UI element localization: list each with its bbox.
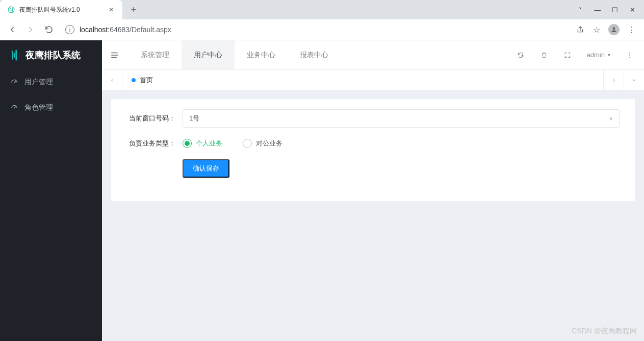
page-tab-home[interactable]: 首页 xyxy=(122,70,162,90)
url-text: localhost:64683/Default.aspx xyxy=(80,26,171,34)
logo-icon xyxy=(9,50,20,61)
radio-personal[interactable]: 个人业务 xyxy=(183,139,222,148)
radio-label: 对公业务 xyxy=(256,139,282,148)
favicon-icon xyxy=(7,6,15,14)
star-icon[interactable]: ☆ xyxy=(592,25,601,34)
share-icon[interactable] xyxy=(576,25,585,34)
sidebar: 夜鹰排队系统 用户管理 角色管理 xyxy=(0,40,102,341)
brand-title: 夜鹰排队系统 xyxy=(25,49,81,61)
forward-button[interactable] xyxy=(23,22,38,37)
radio-icon xyxy=(183,139,192,148)
kebab-menu-icon[interactable]: ⋮ xyxy=(627,25,636,34)
site-info-icon[interactable]: i xyxy=(65,25,74,34)
chevron-down-icon[interactable]: ˅ xyxy=(577,6,584,14)
sidebar-item-label: 角色管理 xyxy=(24,103,53,112)
sidebar-toggle-button[interactable] xyxy=(109,50,120,61)
browser-address-row: i localhost:64683/Default.aspx ☆ ⋮ xyxy=(0,19,644,40)
minimize-icon[interactable]: — xyxy=(594,6,601,14)
sidebar-item-role-management[interactable]: 角色管理 xyxy=(0,95,102,120)
user-dropdown[interactable]: admin ▾ xyxy=(587,51,610,59)
kebab-menu-icon[interactable]: ⋮ xyxy=(626,51,634,59)
business-type-control: 个人业务 对公业务 xyxy=(183,139,620,148)
form-row-actions: 确认保存 xyxy=(126,159,620,178)
topbar-right: admin ▾ ⋮ xyxy=(517,51,637,59)
dashboard-icon xyxy=(10,78,18,86)
radio-icon xyxy=(243,139,252,148)
sidebar-item-user-management[interactable]: 用户管理 xyxy=(0,69,102,95)
address-right-icons: ☆ ⋮ xyxy=(576,24,639,35)
reload-button[interactable] xyxy=(42,22,56,37)
select-value: 1号 xyxy=(189,114,199,123)
form-row-business-type: 负责业务类型： 个人业务 对公业务 xyxy=(126,139,620,148)
topnav-item-user-center[interactable]: 用户中心 xyxy=(182,40,235,69)
topnav-item-reports[interactable]: 报表中心 xyxy=(288,40,341,69)
page-tab-label: 首页 xyxy=(140,76,153,85)
sidebar-item-label: 用户管理 xyxy=(24,78,53,87)
back-button[interactable] xyxy=(5,22,19,37)
window-number-control: 1号 ▾ xyxy=(183,109,620,128)
topnav-item-business[interactable]: 业务中心 xyxy=(235,40,288,69)
svg-point-1 xyxy=(613,27,615,30)
radio-corporate[interactable]: 对公业务 xyxy=(243,139,282,148)
svg-point-2 xyxy=(14,82,15,83)
business-type-label: 负责业务类型： xyxy=(126,139,183,148)
trash-icon[interactable] xyxy=(540,51,548,59)
tab-scroll-left[interactable] xyxy=(102,70,122,90)
active-dot-icon xyxy=(132,78,136,82)
sidebar-header: 夜鹰排队系统 xyxy=(0,40,102,69)
browser-tabs-row: 夜鹰排队叫号系统v1.0 ✕ + ˅ — ☐ ✕ xyxy=(0,0,644,19)
caret-down-icon: ▾ xyxy=(608,52,610,58)
tab-scroll-right[interactable] xyxy=(603,70,624,90)
radio-group: 个人业务 对公业务 xyxy=(183,139,620,148)
topnav-item-system[interactable]: 系统管理 xyxy=(128,40,182,69)
profile-avatar[interactable] xyxy=(608,24,620,35)
window-controls: ˅ — ☐ ✕ xyxy=(577,6,644,14)
window-number-select[interactable]: 1号 ▾ xyxy=(183,109,620,128)
svg-point-3 xyxy=(14,108,15,109)
form-card: 当前窗口号码： 1号 ▾ 负责业务类型： 个人业 xyxy=(111,99,635,201)
save-button[interactable]: 确认保存 xyxy=(183,159,229,178)
content-area: 当前窗口号码： 1号 ▾ 负责业务类型： 个人业 xyxy=(102,90,644,341)
main: 系统管理 用户中心 业务中心 报表中心 xyxy=(102,40,644,341)
address-bar[interactable]: i localhost:64683/Default.aspx xyxy=(60,22,572,37)
refresh-icon[interactable] xyxy=(517,51,525,59)
maximize-icon[interactable]: ☐ xyxy=(611,6,619,14)
fullscreen-icon[interactable] xyxy=(563,51,572,59)
form-row-window: 当前窗口号码： 1号 ▾ xyxy=(126,109,620,128)
browser-chrome: 夜鹰排队叫号系统v1.0 ✕ + ˅ — ☐ ✕ i localhost:646… xyxy=(0,0,644,40)
page-tabs-bar: 首页 xyxy=(102,69,644,90)
new-tab-button[interactable]: + xyxy=(126,3,141,17)
radio-label: 个人业务 xyxy=(196,139,222,148)
window-number-label: 当前窗口号码： xyxy=(126,114,183,123)
tab-menu-toggle[interactable] xyxy=(624,70,644,90)
browser-tab-title: 夜鹰排队叫号系统v1.0 xyxy=(19,6,103,14)
close-window-icon[interactable]: ✕ xyxy=(629,6,636,14)
caret-down-icon: ▾ xyxy=(609,115,613,123)
close-icon[interactable]: ✕ xyxy=(107,6,115,14)
app-root: 夜鹰排队系统 用户管理 角色管理 系统管理 用户中心 xyxy=(0,40,644,341)
topnav: 系统管理 用户中心 业务中心 报表中心 xyxy=(128,40,341,69)
topbar: 系统管理 用户中心 业务中心 报表中心 xyxy=(102,40,644,69)
dashboard-icon xyxy=(10,104,18,112)
browser-tab[interactable]: 夜鹰排队叫号系统v1.0 ✕ xyxy=(0,0,122,19)
